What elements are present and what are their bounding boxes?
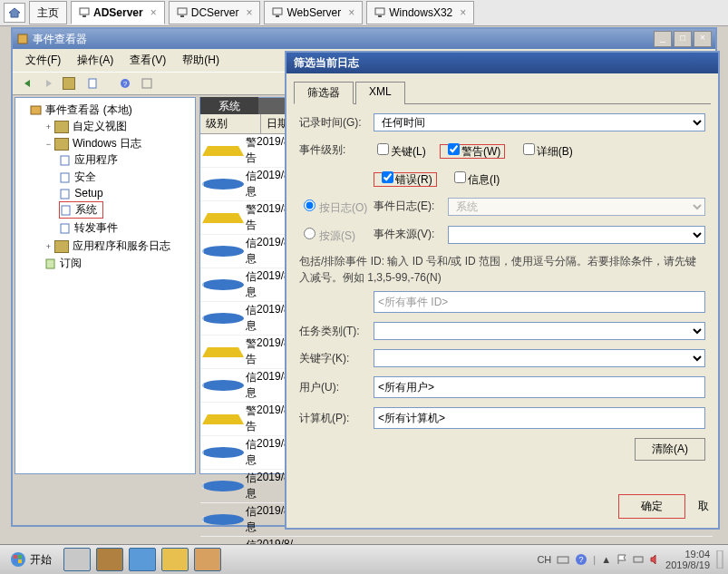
svg-text:?: ? [123,80,128,88]
chk-verbose[interactable] [523,143,535,155]
tree-app-service-logs[interactable]: 应用程序和服务日志 [73,239,170,252]
chk-information[interactable] [454,171,466,183]
svg-rect-23 [14,559,17,563]
info-icon: i [202,313,244,324]
tab-dcserver[interactable]: DCServer× [169,1,261,24]
event-id-input[interactable] [374,291,705,313]
menu-help[interactable]: 帮助(H) [175,51,227,70]
refresh-button[interactable] [138,74,156,92]
col-level[interactable]: 级别 [200,114,261,133]
menu-file[interactable]: 文件(F) [18,51,68,70]
eventsource-label: 事件来源(V): [374,227,448,242]
svg-rect-15 [61,173,69,182]
clock[interactable]: 19:042019/8/19 [665,549,710,570]
home-tab[interactable] [4,3,25,23]
ok-button[interactable]: 确定 [618,494,685,519]
taskcat-select[interactable] [374,322,705,340]
filter-log-dialog: 筛选当前日志 筛选器 XML 记录时间(G): 任何时间 事件级别: 关键(L)… [285,51,720,530]
monitor-icon [374,7,385,18]
chk-warning[interactable] [448,143,460,155]
tree-subscriptions[interactable]: 订阅 [60,257,82,269]
task-explorer-icon[interactable] [96,548,123,571]
taskbar: 开始 CH ? | ▲ 19:042019/8/19 [0,544,728,574]
svg-rect-24 [18,559,22,563]
info-icon: i [202,380,244,391]
folder-button[interactable] [62,74,80,92]
tree-setup[interactable]: Setup [74,187,102,199]
task-powershell-icon[interactable] [129,548,156,571]
keywords-label: 关键字(K): [299,351,374,366]
tab-filter[interactable]: 筛选器 [294,82,354,104]
svg-rect-28 [634,557,643,562]
menu-action[interactable]: 操作(A) [70,51,121,70]
forward-button[interactable] [40,74,58,92]
tab-adserver[interactable]: ADServer× [71,1,165,24]
dialog-title: 筛选当前日志 [286,53,718,73]
ime-indicator[interactable]: CH [537,554,551,565]
windows-icon [10,551,26,568]
close-button[interactable]: × [694,31,712,47]
close-icon[interactable]: × [348,6,354,19]
log-icon [59,172,72,183]
network-icon[interactable] [633,554,644,565]
tree-forwarded[interactable]: 转发事件 [74,221,118,234]
keyboard-icon[interactable] [557,553,569,566]
tree-application[interactable]: 应用程序 [74,153,118,166]
chk-critical[interactable] [377,143,389,155]
folder-icon [54,121,69,133]
tab-webserver[interactable]: WebServer× [264,1,363,24]
close-icon[interactable]: × [460,6,466,19]
volume-icon[interactable] [649,554,660,565]
tray-chevron-icon[interactable]: ▲ [601,554,611,565]
keywords-select[interactable] [374,349,705,367]
svg-rect-29 [717,550,723,569]
tree-custom-views[interactable]: 自定义视图 [73,120,127,132]
tree-root[interactable]: 事件查看器 (本地) [45,103,131,116]
svg-rect-7 [378,15,382,17]
help-tray-icon[interactable]: ? [575,553,587,566]
task-folder-icon[interactable] [161,548,189,571]
eventsource-select[interactable] [448,226,705,244]
nav-tree[interactable]: 事件查看器 (本地) +自定义视图 −Windows 日志 应用程序 安全 Se… [15,97,196,474]
log-icon [59,155,72,166]
help2-button[interactable]: ? [116,74,134,92]
svg-rect-16 [61,190,69,199]
tab-winx32[interactable]: WindowsX32× [366,1,474,24]
tab-xml[interactable]: XML [355,82,405,104]
task-eventviewer-icon[interactable] [194,548,221,571]
tree-windows-logs[interactable]: Windows 日志 [73,137,141,150]
svg-rect-22 [18,555,22,559]
maximize-button[interactable]: □ [674,31,692,47]
user-input[interactable] [374,376,705,398]
task-server-icon[interactable] [63,548,91,571]
flag-icon[interactable] [616,554,627,565]
close-icon[interactable]: × [150,6,157,19]
subscription-icon [44,258,57,269]
app-tabbar: 主页 ADServer× DCServer× WebServer× Window… [0,0,728,26]
chk-error[interactable] [382,171,393,183]
radio-bylog[interactable] [304,199,315,211]
back-button[interactable] [18,74,36,92]
cancel-button[interactable]: 取 [698,499,709,514]
computer-input[interactable] [374,407,705,429]
svg-rect-6 [375,8,384,15]
tree-system[interactable]: 系统 [75,203,97,216]
logged-select[interactable]: 任何时间 [374,113,705,131]
tab-home[interactable]: 主页 [29,1,67,24]
log-icon [59,189,72,199]
start-button[interactable]: 开始 [4,549,58,570]
tree-security[interactable]: 安全 [74,170,96,183]
show-desktop[interactable] [715,550,724,569]
svg-rect-5 [276,15,279,17]
radio-bysource[interactable] [304,228,315,239]
minimize-button[interactable]: _ [654,31,672,47]
monitor-icon [272,7,283,18]
info-icon: i [202,447,244,458]
menu-view[interactable]: 查看(V) [122,51,173,70]
svg-rect-13 [31,106,41,114]
props-button[interactable] [83,74,102,92]
clear-button[interactable]: 清除(A) [635,438,705,461]
user-label: 用户(U): [299,380,374,395]
svg-rect-21 [14,555,17,559]
close-icon[interactable]: × [246,6,252,19]
